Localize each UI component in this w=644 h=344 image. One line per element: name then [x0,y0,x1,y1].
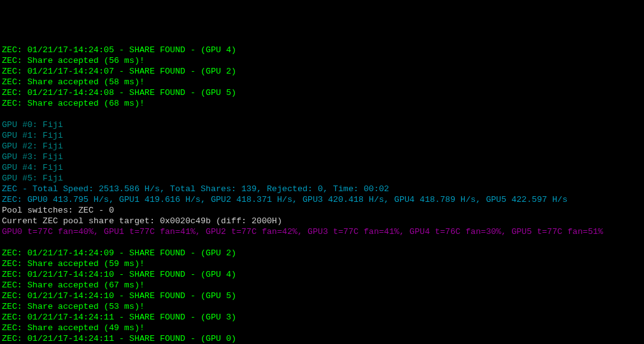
log-line: GPU #2: Fiji [2,141,642,152]
log-line: ZEC: Share accepted (49 ms)! [2,323,642,333]
terminal-output: ZEC: 01/21/17-14:24:05 - SHARE FOUND - (… [2,45,642,344]
log-line: ZEC: 01/21/17-14:24:10 - SHARE FOUND - (… [2,291,642,301]
log-line: GPU #1: Fiji [2,130,642,141]
log-line: ZEC: GPU0 413.795 H/s, GPU1 419.616 H/s,… [2,194,642,205]
log-line: GPU #3: Fiji [2,152,642,162]
log-line: ZEC: Share accepted (59 ms)! [2,258,642,269]
log-line: GPU #0: Fiji [2,119,642,130]
log-line: Pool switches: ZEC - 0 [2,205,642,216]
log-line: ZEC - Total Speed: 2513.586 H/s, Total S… [2,184,642,194]
log-line [2,109,642,119]
log-line: GPU0 t=77C fan=40%, GPU1 t=77C fan=41%, … [2,226,642,237]
log-line: ZEC: 01/21/17-14:24:09 - SHARE FOUND - (… [2,248,642,258]
log-line: ZEC: 01/21/17-14:24:11 - SHARE FOUND - (… [2,333,642,344]
log-line: ZEC: 01/21/17-14:24:10 - SHARE FOUND - (… [2,269,642,280]
log-line: ZEC: 01/21/17-14:24:07 - SHARE FOUND - (… [2,66,642,77]
log-line: ZEC: 01/21/17-14:24:11 - SHARE FOUND - (… [2,312,642,323]
log-line: ZEC: 01/21/17-14:24:08 - SHARE FOUND - (… [2,87,642,98]
log-line: ZEC: Share accepted (58 ms)! [2,77,642,87]
log-line: GPU #4: Fiji [2,162,642,173]
log-line: ZEC: Share accepted (67 ms)! [2,280,642,291]
log-line: Current ZEC pool share target: 0x0020c49… [2,216,642,226]
log-line: ZEC: Share accepted (53 ms)! [2,301,642,312]
log-line: GPU #5: Fiji [2,173,642,184]
log-line: ZEC: Share accepted (68 ms)! [2,98,642,109]
log-line: ZEC: Share accepted (56 ms)! [2,55,642,66]
log-line: ZEC: 01/21/17-14:24:05 - SHARE FOUND - (… [2,45,642,55]
log-line [2,237,642,248]
